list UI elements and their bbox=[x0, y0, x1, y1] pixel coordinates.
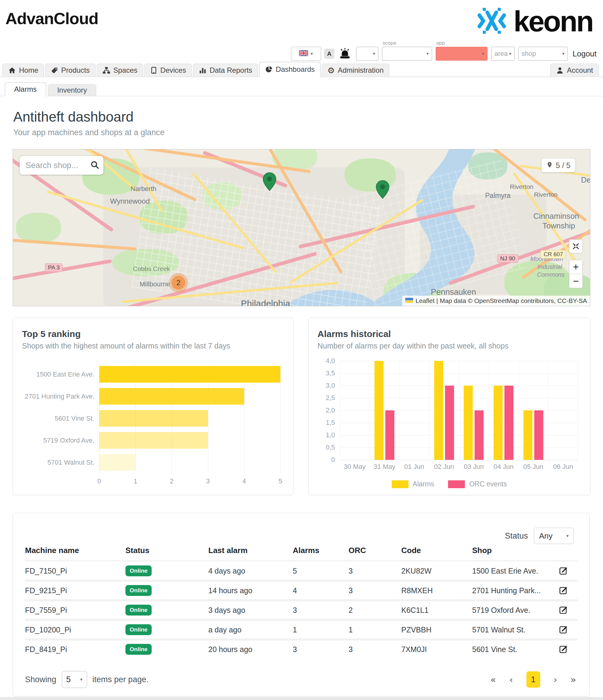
legend-label: Alarms bbox=[413, 480, 435, 488]
code: 7XM0JI bbox=[401, 645, 472, 654]
keonn-logo-icon bbox=[475, 7, 508, 36]
map-pin[interactable] bbox=[376, 180, 390, 200]
hist-bar-alarms bbox=[464, 385, 473, 460]
status-cell: Online bbox=[125, 624, 208, 635]
hist-title: Alarms historical bbox=[317, 329, 590, 339]
edit-cell bbox=[559, 605, 577, 615]
edit-button[interactable] bbox=[559, 566, 568, 575]
machine-name: FD_8419_Pi bbox=[25, 645, 125, 654]
chevron-down-icon: ▾ bbox=[80, 677, 83, 682]
legend-item: ORC events bbox=[448, 480, 507, 488]
chevron-down-icon: ▾ bbox=[566, 533, 569, 539]
hist-bar-group bbox=[519, 361, 548, 460]
tab-dashboards[interactable]: Dashboards bbox=[259, 62, 320, 77]
tab-label: Devices bbox=[160, 66, 186, 75]
search-icon[interactable] bbox=[90, 160, 99, 171]
map-place-label: Township bbox=[543, 221, 575, 230]
top5-bar bbox=[99, 454, 135, 471]
top5-row: 5701 Walnut St. bbox=[22, 451, 280, 473]
area-select[interactable]: area▾ bbox=[491, 47, 515, 61]
gear-icon: ⚙ bbox=[327, 66, 335, 75]
map-cluster-marker[interactable]: 2 bbox=[169, 273, 188, 292]
hist-xtick: 05 Jun bbox=[523, 463, 543, 471]
top5-card: Top 5 ranking Shops with the highest amo… bbox=[13, 318, 293, 495]
top5-row: 5719 Oxford Ave. bbox=[22, 429, 280, 451]
nav-tabs: HomeProductsSpacesDevicesData ReportsDas… bbox=[2, 62, 389, 77]
bottom-strip bbox=[0, 697, 603, 700]
orc-count: 3 bbox=[348, 586, 401, 595]
page-size-select[interactable]: 5 ▾ bbox=[62, 671, 87, 688]
app-select[interactable]: ▾ bbox=[436, 47, 488, 61]
next-page-button[interactable]: › bbox=[554, 674, 557, 685]
subtab-inventory[interactable]: Inventory bbox=[48, 84, 97, 96]
gridline bbox=[280, 363, 281, 473]
subtab-alarms[interactable]: Alarms bbox=[5, 82, 46, 96]
tab-products[interactable]: Products bbox=[45, 64, 96, 77]
top5-row: 1500 East Erie Ave. bbox=[22, 363, 280, 385]
translate-icon[interactable]: A bbox=[324, 49, 334, 59]
top5-xtick: 0 bbox=[97, 477, 101, 485]
status-badge: Online bbox=[125, 644, 152, 655]
last-alarm: 4 days ago bbox=[208, 567, 293, 575]
zoom-in-button[interactable]: + bbox=[569, 260, 582, 274]
map-place-label: Philadelphia bbox=[241, 298, 290, 306]
siren-icon[interactable] bbox=[337, 48, 352, 60]
chevron-down-icon: ▾ bbox=[311, 51, 313, 56]
top5-xtick: 2 bbox=[170, 477, 173, 485]
route-badge: NJ 90 bbox=[497, 254, 518, 263]
marker-counter: 5 / 5 bbox=[542, 158, 575, 172]
org-select[interactable]: ▾ bbox=[356, 47, 378, 61]
top5-bar bbox=[99, 432, 208, 449]
tab-data-reports[interactable]: Data Reports bbox=[193, 64, 258, 77]
edit-button[interactable] bbox=[559, 645, 568, 654]
tab-devices[interactable]: Devices bbox=[145, 64, 192, 77]
tab-home[interactable]: Home bbox=[2, 64, 44, 77]
search-input[interactable] bbox=[25, 160, 90, 171]
status-cell: Online bbox=[125, 566, 208, 576]
pin-icon bbox=[546, 161, 553, 170]
map-pin[interactable] bbox=[263, 172, 277, 192]
orc-count: 2 bbox=[348, 606, 401, 615]
page: AdvanCloud keonn bbox=[0, 0, 603, 700]
chevron-down-icon: ▾ bbox=[482, 51, 484, 56]
edit-button[interactable] bbox=[559, 605, 568, 615]
shop-select[interactable]: shop▾ bbox=[518, 47, 568, 61]
attribution-text: Leaflet | Map data © OpenStreetMap contr… bbox=[416, 297, 587, 304]
device-icon bbox=[150, 67, 157, 74]
hist-plot bbox=[340, 361, 578, 460]
zoom-out-button[interactable]: − bbox=[569, 274, 582, 288]
row-separator bbox=[25, 639, 577, 641]
tab-administration[interactable]: ⚙Administration bbox=[322, 64, 389, 77]
map-place-label: Cobbs Creek bbox=[133, 265, 170, 272]
route-badge: PA 3 bbox=[45, 264, 63, 272]
fullscreen-button[interactable] bbox=[569, 239, 583, 253]
map[interactable]: NarberthWynnewoodCobbs CreekMillbournePh… bbox=[13, 149, 590, 306]
alarms-count: 4 bbox=[293, 586, 348, 595]
logout-link[interactable]: Logout bbox=[573, 49, 597, 58]
hist-ytick: 2,5 bbox=[325, 394, 335, 402]
table-row: FD_7559_PiOnline3 days ago32K6C1L15719 O… bbox=[25, 601, 577, 619]
scope-select[interactable]: ▾ bbox=[382, 47, 432, 61]
tab-label: Home bbox=[19, 66, 38, 75]
sub-nav: AlarmsInventory bbox=[0, 82, 603, 96]
map-place-label: Delran bbox=[581, 175, 590, 185]
status-filter-select[interactable]: Any ▾ bbox=[534, 528, 574, 544]
tab-spaces[interactable]: Spaces bbox=[97, 64, 143, 77]
top5-bar-track bbox=[99, 410, 280, 427]
edit-button[interactable] bbox=[559, 625, 568, 634]
machine-name: FD_9215_Pi bbox=[25, 586, 125, 595]
tab-account[interactable]: Account bbox=[550, 64, 599, 77]
prev-page-button[interactable]: ‹ bbox=[509, 674, 513, 685]
hist-ytick: 1,0 bbox=[325, 431, 335, 439]
hist-ytick: 3,5 bbox=[325, 369, 335, 377]
edit-button[interactable] bbox=[559, 586, 568, 595]
tab-account-label: Account bbox=[567, 66, 593, 75]
first-page-button[interactable]: « bbox=[490, 674, 496, 685]
last-page-button[interactable]: » bbox=[571, 674, 576, 685]
machine-name: FD_10200_Pi bbox=[25, 625, 125, 634]
current-page-button[interactable]: 1 bbox=[526, 671, 540, 688]
language-select[interactable]: ▾ bbox=[291, 47, 321, 61]
status-badge: Online bbox=[125, 566, 152, 576]
shop-select-placeholder: shop bbox=[522, 50, 536, 58]
table-row: FD_7150_PiOnline4 days ago532KU82W1500 E… bbox=[25, 562, 577, 580]
